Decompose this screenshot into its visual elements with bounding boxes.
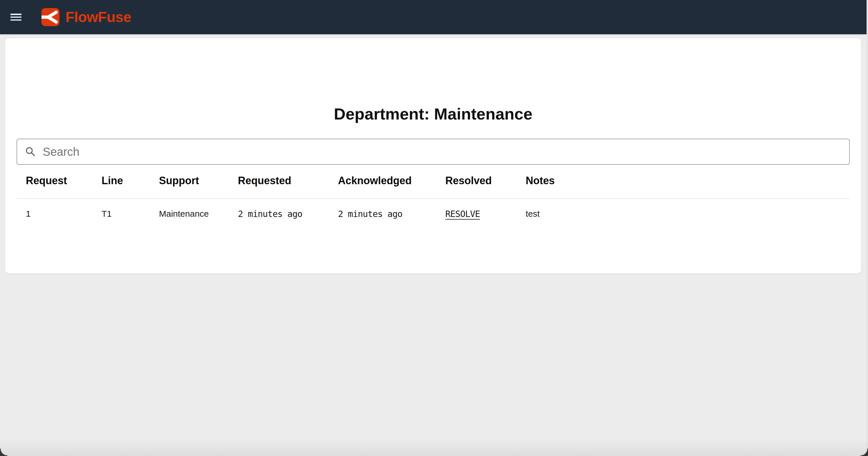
menu-icon[interactable] — [10, 13, 22, 21]
branch-icon — [41, 8, 59, 26]
brand-wordmark: FlowFuse — [66, 9, 131, 26]
page-scrollbar[interactable] — [867, 0, 868, 456]
search-box — [17, 139, 850, 165]
table-header-divider — [17, 199, 850, 199]
cell-request: 1 — [26, 209, 31, 219]
search-input[interactable] — [42, 145, 841, 159]
table-row: 1 T1 Maintenance 2 minutes ago 2 minutes… — [17, 209, 850, 226]
menu-icon-bar — [10, 17, 22, 18]
menu-icon-bar — [10, 13, 22, 15]
cell-requested: 2 minutes ago — [238, 209, 302, 219]
column-header-request: Request — [26, 175, 67, 187]
cell-acknowledged: 2 minutes ago — [338, 209, 402, 219]
cell-support: Maintenance — [159, 209, 209, 219]
table-header-row: Request Line Support Requested Acknowled… — [17, 175, 850, 192]
column-header-support: Support — [159, 175, 199, 187]
column-header-line: Line — [101, 175, 123, 187]
cell-line: T1 — [101, 209, 112, 219]
window-corner-bottom-left — [0, 449, 7, 456]
flowfuse-logo-icon — [41, 8, 59, 26]
page-title: Department: Maintenance — [5, 104, 861, 123]
resolve-link[interactable]: RESOLVE — [445, 209, 480, 219]
column-header-resolved: Resolved — [445, 175, 492, 187]
dashboard-card: Department: Maintenance Request Line Sup… — [5, 38, 861, 273]
app-header: FlowFuse — [0, 0, 868, 35]
column-header-notes: Notes — [526, 175, 555, 187]
bottom-window-shadow — [0, 438, 868, 456]
column-header-requested: Requested — [238, 175, 291, 187]
menu-icon-bar — [10, 20, 22, 21]
cell-notes: test — [526, 209, 539, 219]
search-icon — [25, 147, 36, 157]
column-header-acknowledged: Acknowledged — [338, 175, 412, 187]
